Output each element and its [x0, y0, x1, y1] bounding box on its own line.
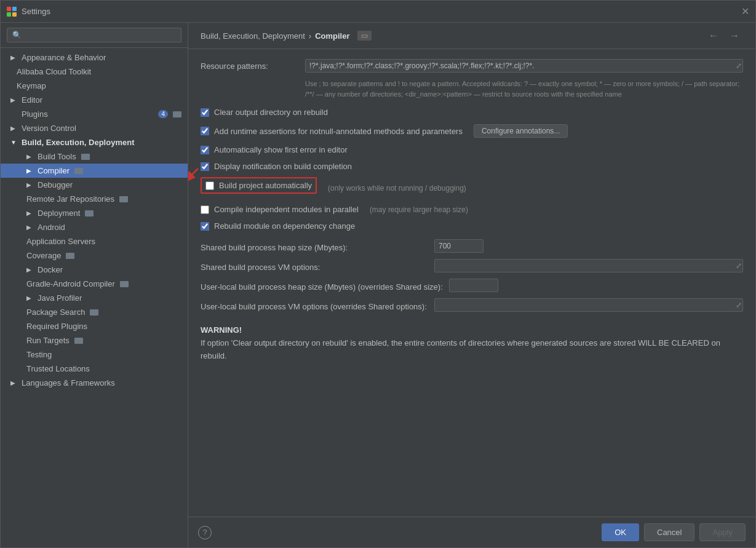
main-content: ▶ Appearance & Behavior Alibaba Cloud To… [1, 23, 755, 547]
sidebar-item-build-exec[interactable]: ▼ Build, Execution, Deployment [1, 135, 188, 149]
bottom-buttons: OK Cancel Apply [602, 523, 746, 541]
heap-size-input[interactable] [434, 239, 483, 253]
help-button[interactable]: ? [198, 526, 212, 539]
sidebar-item-label: Java Profiler [38, 293, 82, 303]
breadcrumb: Build, Execution, Deployment › Compiler … [201, 31, 372, 41]
add-assertions-row: Add runtime assertions for notnull-annot… [201, 123, 743, 139]
display-notification-checkbox[interactable] [201, 162, 209, 171]
sidebar-item-label: Build Tools [38, 152, 76, 161]
user-vm-row: User-local build process VM options (ove… [201, 298, 743, 312]
arrow-icon: ▶ [10, 97, 17, 103]
build-automatically-outer-row: Build project automatically (only works … [201, 177, 743, 199]
sidebar-item-label: Editor [22, 95, 42, 105]
arrow-icon: ▶ [26, 167, 33, 174]
sidebar-item-keymap[interactable]: Keymap [1, 79, 188, 93]
svg-rect-3 [12, 12, 17, 17]
window-title: Settings [22, 7, 50, 16]
arrow-icon: ▶ [26, 295, 33, 301]
arrow-icon: ▶ [26, 210, 33, 216]
cancel-button[interactable]: Cancel [644, 523, 694, 541]
sidebar-item-remote-jar[interactable]: Remote Jar Repositories [1, 192, 188, 206]
sidebar-item-required-plugins[interactable]: Required Plugins [1, 319, 188, 333]
sidebar-item-label: Android [38, 223, 65, 232]
arrow-icon: ▶ [10, 379, 17, 386]
tab-icon [120, 281, 129, 287]
panel-header: Build, Execution, Deployment › Compiler … [188, 23, 755, 49]
vm-options-label: Shared build process VM options: [201, 260, 428, 272]
search-input[interactable] [7, 28, 181, 42]
heap-size-row: Shared build process heap size (Mbytes): [201, 239, 743, 253]
sidebar-item-gradle-android[interactable]: Gradle-Android Compiler [1, 277, 188, 291]
breadcrumb-separator: › [309, 31, 311, 41]
sidebar-item-editor[interactable]: ▶ Editor [1, 93, 188, 107]
sidebar-item-app-servers[interactable]: Application Servers [1, 234, 188, 248]
clear-output-checkbox[interactable] [201, 108, 209, 117]
settings-window: Settings ✕ ▶ Appearance & Behavior Aliba… [0, 0, 756, 548]
expand-icon[interactable]: ⤢ [736, 301, 742, 309]
sidebar-item-package-search[interactable]: Package Search [1, 305, 188, 319]
close-button[interactable]: ✕ [741, 6, 749, 17]
resource-patterns-input[interactable] [305, 59, 743, 73]
resource-help-text: Use ; to separate patterns and ! to nega… [305, 79, 743, 99]
breadcrumb-current: Compiler [315, 31, 349, 41]
sidebar-item-trusted-locations[interactable]: Trusted Locations [1, 362, 188, 376]
sidebar-item-java-profiler[interactable]: ▶ Java Profiler [1, 291, 188, 305]
nav-back-button[interactable]: ← [705, 29, 722, 42]
expand-icon[interactable]: ⤢ [736, 261, 742, 270]
configure-annotations-button[interactable]: Configure annotations... [474, 124, 568, 138]
sidebar-item-appearance[interactable]: ▶ Appearance & Behavior [1, 50, 188, 65]
sidebar-item-coverage[interactable]: Coverage [1, 248, 188, 263]
compile-parallel-checkbox[interactable] [201, 205, 209, 214]
arrow-icon: ▶ [10, 125, 17, 132]
show-first-error-checkbox[interactable] [201, 146, 209, 154]
sidebar-item-plugins[interactable]: ▶ Plugins 4 [1, 107, 188, 121]
sidebar-item-testing[interactable]: Testing [1, 347, 188, 362]
sidebar-item-run-targets[interactable]: Run Targets [1, 333, 188, 347]
tab-icon [173, 111, 181, 117]
sidebar-item-deployment[interactable]: ▶ Deployment [1, 206, 188, 220]
user-vm-wrap: ⤢ [434, 298, 743, 312]
apply-button[interactable]: Apply [699, 523, 746, 541]
sidebar-item-build-tools[interactable]: ▶ Build Tools [1, 149, 188, 164]
sidebar-item-label: Deployment [38, 208, 80, 218]
sidebar-item-version-control[interactable]: ▶ Version Control [1, 121, 188, 135]
plugins-badge: 4 [158, 110, 168, 118]
tab-icon [74, 338, 83, 344]
breadcrumb-parent: Build, Execution, Deployment [201, 31, 305, 41]
display-notification-row: Display notification on build completion [201, 161, 743, 172]
add-assertions-checkbox[interactable] [201, 127, 209, 135]
sidebar-item-label: Plugins [22, 109, 48, 119]
vm-options-wrap: ⤢ [434, 259, 743, 272]
compile-parallel-label: Compile independent modules in parallel [214, 205, 359, 214]
expand-icon[interactable]: ⤢ [736, 62, 742, 70]
compile-parallel-note: (may require larger heap size) [370, 205, 468, 214]
warning-text: If option 'Clear output directory on reb… [201, 338, 720, 360]
ok-button[interactable]: OK [602, 523, 639, 541]
sidebar-item-debugger[interactable]: ▶ Debugger [1, 178, 188, 192]
arrow-icon: ▶ [26, 153, 33, 160]
panel-body: Resource patterns: ⤢ Use ; to separate p… [188, 49, 755, 517]
vm-options-input[interactable] [434, 259, 743, 272]
sidebar-item-label: Trusted Locations [26, 364, 90, 373]
user-heap-input[interactable] [449, 279, 498, 292]
sidebar-item-alibaba[interactable]: Alibaba Cloud Toolkit [1, 65, 188, 79]
sidebar-item-label: Package Search [26, 308, 85, 317]
sidebar-item-android[interactable]: ▶ Android [1, 220, 188, 234]
nav-forward-button[interactable]: → [726, 29, 743, 42]
display-notification-label: Display notification on build completion [214, 162, 352, 171]
sidebar-item-label: Coverage [26, 251, 61, 260]
sidebar-item-docker[interactable]: ▶ Docker [1, 263, 188, 277]
sidebar-item-languages[interactable]: ▶ Languages & Frameworks [1, 376, 188, 390]
tab-icon [119, 196, 128, 202]
rebuild-module-checkbox[interactable] [201, 222, 209, 231]
sidebar-item-compiler[interactable]: ▶ Compiler [1, 164, 188, 178]
user-vm-input[interactable] [434, 298, 743, 312]
sidebar-item-label: Debugger [38, 180, 73, 189]
rebuild-module-row: Rebuild module on dependency change [201, 220, 743, 232]
build-automatically-checkbox[interactable] [205, 181, 214, 190]
add-assertions-label: Add runtime assertions for notnull-annot… [214, 127, 463, 136]
sidebar-item-label: Remote Jar Repositories [26, 194, 114, 204]
show-error-row: Automatically show first error in editor [201, 144, 743, 156]
vm-options-row: Shared build process VM options: ⤢ [201, 259, 743, 272]
resource-patterns-label: Resource patterns: [201, 59, 299, 71]
